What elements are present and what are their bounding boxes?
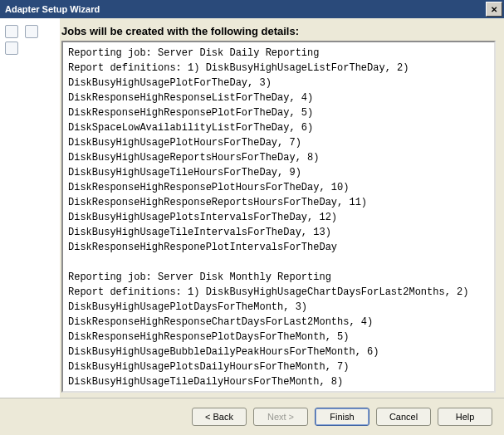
wizard-body: Jobs will be created with the following … <box>0 18 504 435</box>
help-button[interactable]: Help <box>438 408 492 426</box>
cancel-button[interactable]: Cancel <box>376 408 431 426</box>
details-textbox[interactable]: Reporting job: Server Disk Daily Reporti… <box>63 42 494 391</box>
close-icon: ✕ <box>491 5 497 14</box>
window-title: Adapter Setup Wizard <box>5 4 486 14</box>
back-button[interactable]: < Back <box>192 408 247 426</box>
titlebar: Adapter Setup Wizard ✕ <box>0 0 504 18</box>
next-button: Next > <box>253 408 308 426</box>
close-button[interactable]: ✕ <box>486 2 502 17</box>
details-textbox-frame: Reporting job: Server Disk Daily Reporti… <box>61 41 496 393</box>
wizard-window: Adapter Setup Wizard ✕ Jobs will be crea… <box>0 0 504 435</box>
top-section: Jobs will be created with the following … <box>0 18 504 398</box>
wizard-sidebar <box>0 18 60 398</box>
wizard-step-indicator <box>25 25 38 38</box>
wizard-main: Jobs will be created with the following … <box>60 18 504 398</box>
wizard-step-indicator <box>5 25 18 38</box>
wizard-button-bar: < Back Next > Finish Cancel Help <box>0 398 504 435</box>
wizard-step-indicator <box>5 42 18 55</box>
page-heading: Jobs will be created with the following … <box>61 25 496 37</box>
finish-button[interactable]: Finish <box>315 408 369 426</box>
